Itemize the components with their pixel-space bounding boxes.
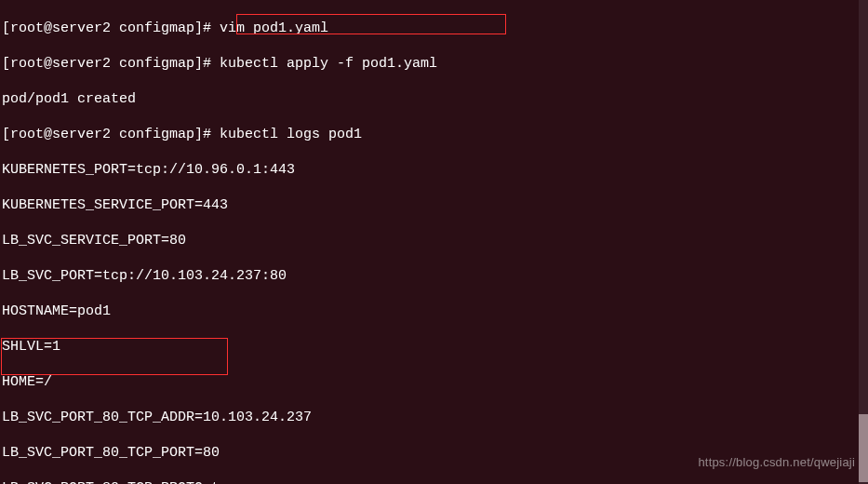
terminal-line: SHLVL=1 bbox=[2, 338, 868, 356]
terminal-line: LB_SVC_PORT=tcp://10.103.24.237:80 bbox=[2, 267, 868, 285]
terminal-line: [root@server2 configmap]# kubectl apply … bbox=[2, 55, 868, 73]
terminal-line: [root@server2 configmap]# kubectl logs p… bbox=[2, 126, 868, 143]
terminal-line: HOSTNAME=pod1 bbox=[2, 302, 868, 320]
terminal-output: [root@server2 configmap]# vim pod1.yaml … bbox=[0, 0, 868, 484]
scrollbar-thumb[interactable] bbox=[859, 414, 868, 482]
terminal-line: LB_SVC_PORT_80_TCP_PROTO=tcp bbox=[2, 479, 868, 484]
scrollbar-track[interactable] bbox=[859, 0, 868, 484]
terminal-line: LB_SVC_SERVICE_PORT=80 bbox=[2, 232, 868, 249]
terminal-line: LB_SVC_PORT_80_TCP_ADDR=10.103.24.237 bbox=[2, 409, 868, 426]
terminal-line: KUBERNETES_SERVICE_PORT=443 bbox=[2, 196, 868, 214]
terminal-line: pod/pod1 created bbox=[2, 90, 868, 108]
terminal-line: KUBERNETES_PORT=tcp://10.96.0.1:443 bbox=[2, 161, 868, 179]
terminal-line: HOME=/ bbox=[2, 373, 868, 391]
terminal-line: [root@server2 configmap]# vim pod1.yaml bbox=[2, 20, 868, 37]
watermark-text: https://blog.csdn.net/qwejiaji bbox=[698, 453, 855, 471]
